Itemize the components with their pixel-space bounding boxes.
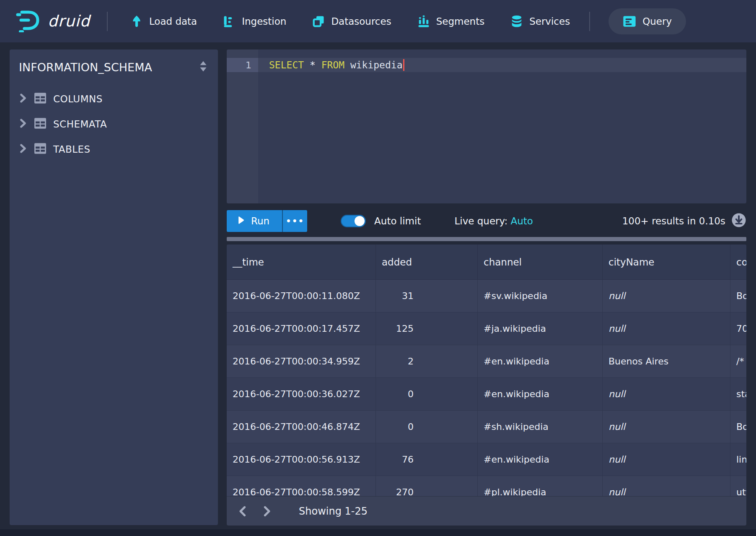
table-cell[interactable]: 0 bbox=[376, 378, 478, 410]
toggle-knob bbox=[355, 216, 365, 226]
table-row: 2016-06-27T00:00:46.874Z0#sh.wikipedianu… bbox=[227, 411, 746, 443]
top-nav: druid Load data Ingestion bbox=[0, 0, 756, 42]
nav-divider bbox=[107, 12, 108, 31]
auto-limit-toggle[interactable] bbox=[341, 215, 366, 227]
live-query-value[interactable]: Auto bbox=[510, 216, 533, 226]
sql-table-name: wikipedia bbox=[344, 60, 402, 70]
sidebar-item-schemata[interactable]: SCHEMATA bbox=[10, 112, 218, 137]
table-cell[interactable]: 76 bbox=[376, 443, 478, 476]
nav-item-label: Ingestion bbox=[242, 16, 286, 27]
table-row: 2016-06-27T00:00:56.913Z76#en.wikipedian… bbox=[227, 443, 746, 476]
table-row: 2016-06-27T00:00:17.457Z125#ja.wikipedia… bbox=[227, 312, 746, 345]
database-icon bbox=[510, 15, 523, 28]
nav-divider bbox=[589, 12, 590, 31]
sidebar-item-label: TABLES bbox=[53, 144, 91, 155]
table-cell[interactable]: 0 bbox=[376, 411, 478, 443]
text-cursor bbox=[403, 59, 404, 71]
nav-item-services[interactable]: Services bbox=[510, 15, 570, 28]
column-header-channel[interactable]: channel bbox=[478, 245, 603, 279]
table-cell[interactable]: null bbox=[603, 411, 730, 443]
table-row: 2016-06-27T00:00:36.027Z0#en.wikipedianu… bbox=[227, 378, 746, 411]
table-cell[interactable]: 2016-06-27T00:00:56.913Z bbox=[227, 443, 376, 476]
sidebar-item-columns[interactable]: COLUMNS bbox=[10, 86, 218, 112]
table-cell[interactable]: 2016-06-27T00:00:17.457Z bbox=[227, 312, 376, 345]
table-cell[interactable]: null bbox=[603, 378, 730, 410]
druid-logo-icon bbox=[16, 9, 42, 34]
nav-item-label: Datasources bbox=[331, 16, 391, 27]
table-cell[interactable]: 2016-06-27T00:00:11.080Z bbox=[227, 280, 376, 312]
nav-item-load-data[interactable]: Load data bbox=[130, 15, 197, 28]
download-icon bbox=[731, 213, 746, 229]
table-cell[interactable]: 70. bbox=[730, 312, 746, 345]
run-button-label: Run bbox=[251, 216, 269, 226]
nav-item-query-active[interactable]: Query bbox=[608, 8, 686, 34]
table-icon bbox=[34, 143, 46, 156]
table-cell[interactable]: 31 bbox=[376, 280, 478, 312]
horizontal-scrollbar[interactable] bbox=[227, 237, 746, 241]
table-cell[interactable]: /* S bbox=[730, 345, 746, 377]
sidebar-item-label: SCHEMATA bbox=[53, 119, 107, 130]
table-cell[interactable]: null bbox=[603, 443, 730, 476]
schema-sidebar: INFORMATION_SCHEMA COLUMNSSCHEMATATABLES bbox=[10, 49, 218, 525]
table-cell[interactable]: #en.wikipedia bbox=[478, 345, 603, 377]
table-cell[interactable]: 2 bbox=[376, 345, 478, 377]
table-cell[interactable]: null bbox=[603, 312, 730, 345]
table-cell[interactable]: Buenos Aires bbox=[603, 345, 730, 377]
nav-item-segments[interactable]: Segments bbox=[417, 15, 484, 28]
table-cell[interactable]: #ja.wikipedia bbox=[478, 312, 603, 345]
sidebar-item-tables[interactable]: TABLES bbox=[10, 137, 218, 162]
column-header-added[interactable]: added bbox=[376, 245, 478, 279]
table-cell[interactable]: #en.wikipedia bbox=[478, 443, 603, 476]
schema-tree: COLUMNSSCHEMATATABLES bbox=[10, 86, 218, 162]
sql-editor[interactable]: 1 SELECT * FROM wikipedia bbox=[227, 49, 746, 203]
stacked-squares-icon bbox=[312, 15, 325, 28]
column-header-comment[interactable]: comment bbox=[730, 245, 746, 279]
table-cell[interactable]: Bot bbox=[730, 280, 746, 312]
table-cell[interactable]: #en.wikipedia bbox=[478, 378, 603, 410]
druid-logo[interactable]: druid bbox=[16, 9, 90, 34]
next-page-button[interactable] bbox=[258, 502, 277, 521]
nav-item-datasources[interactable]: Datasources bbox=[312, 15, 391, 28]
live-query-label: Live query: bbox=[454, 216, 510, 226]
chevron-right-icon[interactable] bbox=[19, 118, 27, 130]
table-cell[interactable]: link bbox=[730, 443, 746, 476]
table-cell[interactable]: 2016-06-27T00:00:34.959Z bbox=[227, 345, 376, 377]
editor-active-line[interactable]: 1 SELECT * FROM wikipedia bbox=[227, 58, 746, 72]
run-more-button[interactable]: ••• bbox=[282, 210, 307, 232]
chevron-right-icon[interactable] bbox=[19, 93, 27, 105]
table-cell[interactable]: sta bbox=[730, 378, 746, 410]
nav-item-ingestion[interactable]: Ingestion bbox=[223, 15, 286, 28]
live-query[interactable]: Live query: Auto bbox=[454, 216, 533, 226]
table-cell[interactable]: #sv.wikipedia bbox=[478, 280, 603, 312]
nav-item-label: Query bbox=[642, 16, 672, 27]
sql-keyword: SELECT bbox=[269, 60, 304, 70]
sidebar-item-label: COLUMNS bbox=[53, 94, 103, 104]
table-cell[interactable]: 2016-06-27T00:00:36.027Z bbox=[227, 378, 376, 410]
run-toolbar: Run ••• Auto limit Live query: Auto 100+… bbox=[227, 210, 746, 232]
editor-gutter bbox=[227, 49, 258, 203]
table-cell[interactable]: null bbox=[603, 280, 730, 312]
table-cell[interactable]: Bot bbox=[730, 411, 746, 443]
table-cell[interactable]: #sh.wikipedia bbox=[478, 411, 603, 443]
sql-code-line[interactable]: SELECT * FROM wikipedia bbox=[258, 58, 746, 72]
schema-title[interactable]: INFORMATION_SCHEMA bbox=[19, 61, 152, 74]
bottom-strip bbox=[0, 529, 756, 536]
play-icon bbox=[238, 216, 244, 226]
sidebar-header: INFORMATION_SCHEMA bbox=[10, 49, 218, 74]
sql-star: * bbox=[304, 60, 321, 70]
run-button[interactable]: Run bbox=[227, 210, 282, 232]
table-icon bbox=[34, 93, 46, 105]
table-cell[interactable]: 125 bbox=[376, 312, 478, 345]
column-header-cityName[interactable]: cityName bbox=[603, 245, 730, 279]
nav-items: Load data Ingestion bbox=[130, 15, 570, 28]
table-cell[interactable]: 2016-06-27T00:00:46.874Z bbox=[227, 411, 376, 443]
column-header-time[interactable]: __time bbox=[227, 245, 376, 279]
download-results-button[interactable] bbox=[731, 213, 746, 229]
ingestion-chart-icon bbox=[223, 15, 236, 28]
showing-label: Showing 1-25 bbox=[299, 505, 368, 517]
prev-page-button[interactable] bbox=[233, 502, 252, 521]
upload-icon bbox=[130, 15, 143, 28]
double-caret-vertical-icon[interactable] bbox=[199, 60, 208, 74]
chevron-right-icon[interactable] bbox=[19, 143, 27, 155]
pagination-bar: Showing 1-25 bbox=[227, 496, 746, 526]
